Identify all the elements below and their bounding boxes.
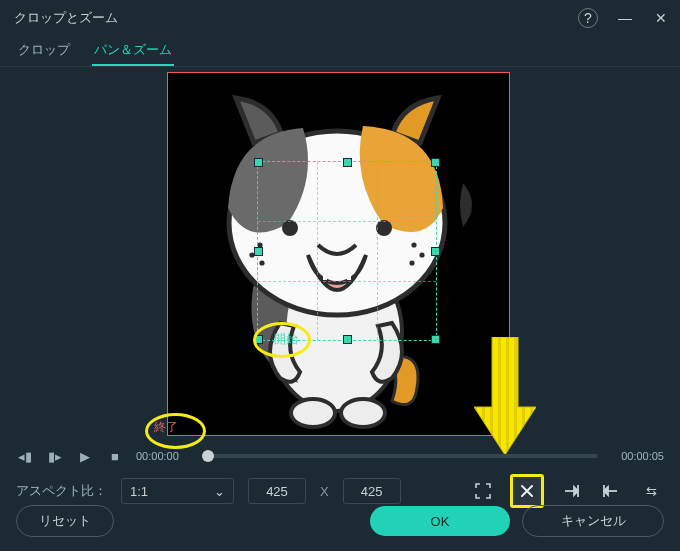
time-total: 00:00:05 [610,450,664,462]
reset-button[interactable]: リセット [16,505,114,537]
titlebar: クロップとズーム ? — ✕ [0,0,680,36]
svg-point-3 [341,399,385,427]
step-forward-button[interactable]: ▮▸ [46,447,64,465]
align-left-icon[interactable] [558,478,584,504]
crop-handle[interactable] [431,247,440,256]
crop-end-label: 終了 [154,419,178,436]
preview-canvas[interactable]: 開始 [167,72,510,436]
swap-icon[interactable]: ⇆ [638,478,664,504]
tab-crop[interactable]: クロップ [16,38,72,66]
crop-handle[interactable] [343,158,352,167]
help-icon[interactable]: ? [578,8,598,28]
ok-button[interactable]: OK [370,506,510,536]
width-input[interactable]: 425 [248,478,306,504]
play-button[interactable]: ▶ [76,447,94,465]
crop-handle[interactable] [254,158,263,167]
window-title: クロップとズーム [14,9,118,27]
aspect-select[interactable]: 1:1 ⌄ [121,478,234,504]
crop-handle[interactable] [254,335,263,344]
playback-bar: ◂▮ ▮▸ ▶ ■ 00:00:00 00:00:05 [16,443,664,469]
crop-handle[interactable] [254,247,263,256]
time-current: 00:00:00 [136,450,190,462]
window-actions: ? — ✕ [578,8,670,28]
crop-handle[interactable] [431,335,440,344]
timeline-slider[interactable] [202,454,598,458]
aspect-select-value: 1:1 [130,484,148,499]
crop-handle[interactable] [343,335,352,344]
height-input[interactable]: 425 [343,478,401,504]
crop-handle[interactable] [431,158,440,167]
chevron-down-icon: ⌄ [214,484,225,499]
timeline-knob[interactable] [202,450,214,462]
crop-rectangle-start[interactable]: 開始 [257,161,437,341]
cancel-button[interactable]: キャンセル [522,505,664,537]
zoom-fit-icon[interactable] [470,478,496,504]
close-icon[interactable]: ✕ [652,9,670,27]
aspect-label: アスペクト比： [16,482,107,500]
tabs: クロップ パン＆ズーム [0,36,680,67]
minimize-icon[interactable]: — [616,9,634,27]
aspect-row: アスペクト比： 1:1 ⌄ 425 X 425 ⇆ [16,476,664,506]
footer: リセット OK キャンセル [16,505,664,537]
dimension-separator: X [320,484,329,499]
tab-panzoom[interactable]: パン＆ズーム [92,38,174,66]
stop-button[interactable]: ■ [106,447,124,465]
align-right-icon[interactable] [598,478,624,504]
zoom-center-icon[interactable] [510,474,544,508]
crop-start-label: 開始 [272,331,300,348]
svg-point-2 [291,399,335,427]
step-back-button[interactable]: ◂▮ [16,447,34,465]
